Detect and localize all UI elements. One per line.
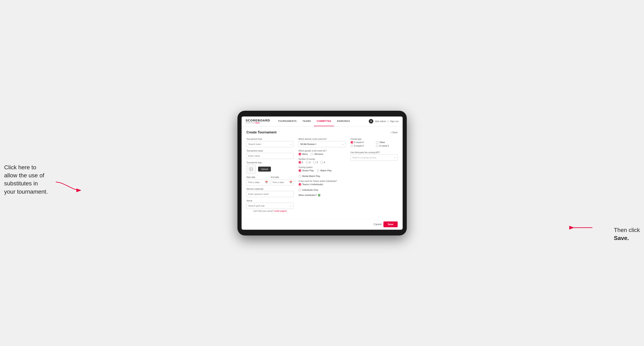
rounds-3-radio[interactable] — [313, 161, 316, 164]
gender-radio-group: Mens Womens — [298, 153, 346, 156]
format-6count5-radio[interactable] — [376, 145, 378, 147]
venue-label: Venue — [246, 200, 294, 202]
logo-upload-area: Upload — [246, 165, 294, 173]
back-link[interactable]: Back — [391, 131, 398, 134]
format-6count4[interactable]: 6 count 4 — [350, 145, 372, 147]
nav-right: B blair admin | Sign out — [369, 119, 398, 124]
app-logo: SCOREBOARD Powered by clippd — [246, 119, 270, 124]
tablet-screen: SCOREBOARD Powered by clippd TOURNAMENTS… — [242, 117, 403, 230]
page-title: Create Tournament — [246, 131, 277, 134]
venue-hint: Can't find your venue? email support — [246, 210, 294, 212]
form-col-2: Which division is the event for? NCAA Di… — [298, 138, 346, 215]
event-individuals-radio[interactable] — [298, 189, 301, 191]
upload-button[interactable]: Upload — [258, 167, 271, 172]
start-date-wrap: 📅 — [246, 179, 269, 185]
scoring-api-select[interactable]: Select a scoring service — [350, 155, 398, 161]
division-label: Which division is the event for? — [298, 138, 346, 140]
gender-label: Which gender is the event for? — [298, 150, 346, 152]
tablet-device: SCOREBOARD Powered by clippd TOURNAMENTS… — [238, 111, 407, 235]
gender-section: Which gender is the event for? Mens Wome… — [298, 150, 346, 156]
division-select[interactable]: NCAA Division I — [298, 141, 346, 147]
event-teams[interactable]: Teams (+Individuals) — [298, 183, 323, 186]
rounds-3[interactable]: 3 — [313, 161, 318, 164]
form-col-1: Tournament Host Tournament name Tourname… — [246, 138, 294, 215]
gender-womens[interactable]: Womens — [310, 153, 323, 156]
cancel-button[interactable]: Cancel — [374, 223, 381, 226]
arrow-left — [56, 180, 80, 192]
format-6count5[interactable]: 6 count 5 — [376, 145, 398, 147]
user-name: blair admin — [375, 120, 386, 123]
format-6count4-radio[interactable] — [350, 145, 353, 147]
form-col-3: Format type 5 count 4 Other — [350, 138, 398, 215]
email-support-link[interactable]: email support — [274, 210, 287, 212]
nav-bar: SCOREBOARD Powered by clippd TOURNAMENTS… — [242, 117, 403, 126]
date-row: Start date 📅 End date 📅 — [246, 176, 294, 185]
form-grid: Tournament Host Tournament name Tourname… — [246, 138, 398, 215]
annotation-right: Then click Save. — [614, 226, 640, 242]
logo-placeholder — [246, 165, 256, 173]
logo-powered-by: Powered by clippd — [246, 122, 270, 124]
nav-item-tournaments[interactable]: TOURNAMENTS — [275, 117, 300, 126]
save-button[interactable]: Save — [384, 221, 398, 227]
rounds-2-radio[interactable] — [306, 161, 308, 164]
allow-substitutes-checkbox[interactable] — [318, 194, 320, 196]
start-date-label: Start date — [246, 176, 269, 178]
event-type-section: Is this event for Teams and/or Individua… — [298, 180, 346, 191]
event-individuals[interactable]: Individuals Only — [298, 189, 318, 191]
event-teams-radio[interactable] — [298, 183, 301, 186]
rounds-4[interactable]: 4 — [320, 161, 325, 164]
rounds-1-radio[interactable] — [298, 161, 301, 164]
tournament-host-wrapper — [246, 141, 294, 147]
gender-womens-radio[interactable] — [310, 153, 313, 156]
rounds-1[interactable]: 1 — [298, 161, 303, 164]
start-date-wrapper: Start date 📅 — [246, 176, 269, 185]
division-section: Which division is the event for? NCAA Di… — [298, 138, 346, 147]
format-grid: 5 count 4 Other 6 count 4 — [350, 141, 398, 147]
format-5count4[interactable]: 5 count 4 — [350, 141, 372, 144]
end-date-input[interactable] — [271, 179, 294, 185]
nav-item-committee[interactable]: COMMITTEE — [314, 117, 334, 126]
event-type-radio-group: Teams (+Individuals) Individuals Only — [298, 183, 346, 191]
scoring-radio-group: Stroke Play Match Play Medal Match Play — [298, 169, 346, 177]
sign-out-link[interactable]: Sign out — [390, 120, 398, 123]
tournament-name-section: Tournament name — [246, 150, 294, 159]
format-other-radio[interactable] — [376, 141, 378, 144]
scoring-medal[interactable]: Medal Match Play — [298, 175, 320, 177]
sponsor-input[interactable] — [246, 191, 294, 197]
event-type-label: Is this event for Teams and/or Individua… — [298, 180, 346, 182]
end-date-wrapper: End date 📅 — [271, 176, 294, 185]
end-date-label: End date — [271, 176, 294, 178]
venue-input[interactable] — [246, 203, 294, 209]
sponsor-section: Sponsor (optional) — [246, 188, 294, 197]
tournament-name-input[interactable] — [246, 153, 294, 159]
nav-separator: | — [388, 120, 388, 123]
scoring-label: Scoring system — [298, 166, 346, 169]
scoring-stroke-radio[interactable] — [298, 169, 301, 172]
nav-item-teams[interactable]: TEAMS — [300, 117, 314, 126]
page-header: Create Tournament Back — [246, 131, 398, 134]
rounds-group: 1 2 3 4 — [298, 161, 346, 164]
sponsor-label: Sponsor (optional) — [246, 188, 294, 190]
page-content: Create Tournament Back Tournament Host T… — [242, 126, 403, 219]
format-other[interactable]: Other — [376, 141, 398, 144]
rounds-section: Number of rounds 1 2 — [298, 158, 346, 164]
arrow-right — [572, 223, 593, 232]
scoring-medal-radio[interactable] — [298, 175, 301, 177]
gender-mens[interactable]: Mens — [298, 153, 308, 156]
rounds-4-radio[interactable] — [320, 161, 323, 164]
start-date-input[interactable] — [246, 179, 269, 185]
scoring-match-radio[interactable] — [317, 169, 320, 172]
gender-mens-radio[interactable] — [298, 153, 301, 156]
allow-substitutes[interactable]: Allow substitutes? — [298, 194, 346, 196]
allow-substitutes-label: Allow substitutes? — [298, 194, 317, 196]
tournament-logo-label: Tournament logo — [246, 162, 294, 164]
tournament-host-input[interactable] — [246, 141, 294, 147]
rounds-2[interactable]: 2 — [306, 161, 310, 164]
logo-scoreboard: SCOREBOARD — [246, 119, 270, 122]
avatar: B — [369, 119, 373, 124]
format-5count4-radio[interactable] — [350, 141, 353, 144]
nav-items: TOURNAMENTS TEAMS COMMITTEE RANKINGS — [275, 117, 369, 126]
nav-item-rankings[interactable]: RANKINGS — [334, 117, 353, 126]
scoring-stroke[interactable]: Stroke Play — [298, 169, 314, 172]
scoring-match[interactable]: Match Play — [317, 169, 332, 172]
